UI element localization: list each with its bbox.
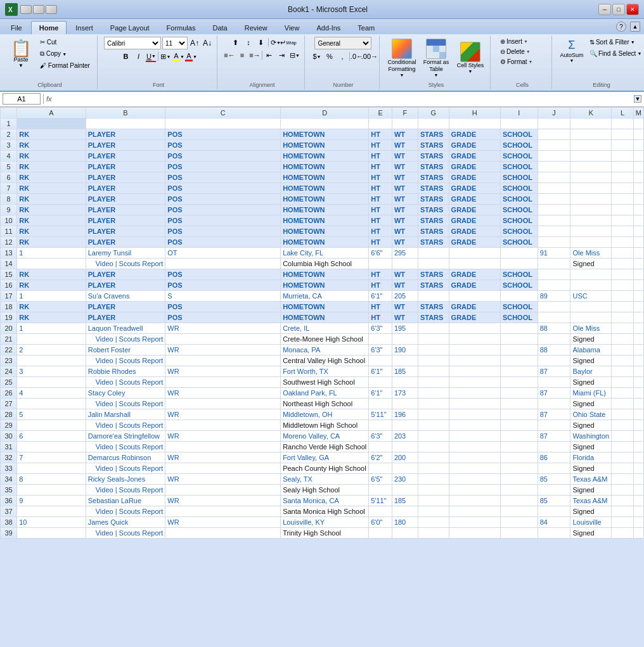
cut-button[interactable]: ✂ Cut [37,37,93,48]
cell-j6[interactable] [538,172,570,183]
cell-f6[interactable]: WT [392,172,418,183]
underline-button[interactable]: U ▼ [145,51,157,62]
cell-d19[interactable]: HOMETOWN [281,312,369,323]
table-row[interactable]: 306Damore'ea StringfellowWRMoreno Valley… [1,430,644,441]
table-row[interactable]: 243Robbie RhodesWRFort Worth, TX6'1"1858… [1,366,644,376]
cell-f35[interactable] [392,484,418,495]
delete-button[interactable]: ⊖ Delete ▼ [497,47,548,56]
cell-i12[interactable]: SCHOOL [500,236,538,247]
cell-j8[interactable] [538,193,570,204]
tab-data[interactable]: Data [204,21,235,34]
col-header-j[interactable]: J [538,107,570,118]
cell-l11[interactable] [612,226,634,236]
cell-a39[interactable] [17,527,86,538]
cell-e35[interactable] [369,484,392,495]
table-row[interactable]: 264Stacy ColeyWROakland Park, FL6'1"1738… [1,387,644,398]
cell-h25[interactable] [449,376,500,387]
col-header-b[interactable]: B [86,107,165,118]
cell-g18[interactable]: STARS [418,301,449,312]
align-top-button[interactable]: ⬆ [230,37,242,48]
cell-a13[interactable]: 1 [17,247,86,258]
cell-h21[interactable] [449,333,500,344]
cell-d29[interactable]: Middletown High School [281,420,369,430]
col-header-d[interactable]: D [281,107,369,118]
cond-format-dropdown[interactable]: ▼ [399,73,404,77]
cell-f7[interactable]: WT [392,183,418,193]
cell-k29[interactable]: Signed [570,420,612,430]
cell-l32[interactable] [612,452,634,463]
cell-b38[interactable]: James Quick [86,516,165,527]
quick-access-undo[interactable] [33,5,44,14]
cell-i18[interactable]: SCHOOL [500,301,538,312]
merge-button[interactable]: ⊟ ▼ [289,49,300,61]
row-header-3[interactable]: 3 [1,139,17,150]
cell-h34[interactable] [449,473,500,484]
row-header-5[interactable]: 5 [1,161,17,172]
tab-file[interactable]: File [3,21,30,34]
cell-f30[interactable]: 203 [392,430,418,441]
cell-c2[interactable]: POS [165,129,281,139]
cell-c9[interactable]: POS [165,204,281,215]
cell-m4[interactable] [633,150,643,161]
cell-m14[interactable] [633,258,643,269]
cell-g5[interactable]: STARS [418,161,449,172]
cell-l29[interactable] [612,420,634,430]
cell-e16[interactable]: HT [369,279,392,290]
cell-c28[interactable]: WR [165,409,281,420]
cell-reference-input[interactable]: A1 [3,93,41,105]
row-header-30[interactable]: 30 [1,430,17,441]
row-header-18[interactable]: 18 [1,301,17,312]
cell-b13[interactable]: Laremy Tunsil [86,247,165,258]
font-grow-button[interactable]: A↑ [189,37,200,49]
table-row[interactable]: 369Sebastian LaRueWRSanta Monica, CA5'11… [1,495,644,506]
cell-d2[interactable]: HOMETOWN [281,129,369,139]
cell-d5[interactable]: HOMETOWN [281,161,369,172]
cell-j16[interactable] [538,279,570,290]
cell-h5[interactable]: GRADE [449,161,500,172]
table-row[interactable]: 11RKPLAYERPOSHOMETOWNHTWTSTARSGRADESCHOO… [1,226,644,236]
cell-g7[interactable]: STARS [418,183,449,193]
cell-i5[interactable]: SCHOOL [500,161,538,172]
cell-f24[interactable]: 185 [392,366,418,376]
table-row[interactable]: 33Video | Scouts ReportPeach County High… [1,463,644,473]
table-row[interactable]: 3RKPLAYERPOSHOMETOWNHTWTSTARSGRADESCHOOL [1,139,644,150]
cell-b21[interactable]: Video | Scouts Report [86,333,165,344]
cell-c8[interactable]: POS [165,193,281,204]
table-row[interactable]: 348Ricky Seals-JonesWRSealy, TX6'5"23085… [1,473,644,484]
cell-h26[interactable] [449,387,500,398]
row-header-2[interactable]: 2 [1,129,17,139]
cell-d9[interactable]: HOMETOWN [281,204,369,215]
cell-g39[interactable] [418,527,449,538]
close-button[interactable]: ✕ [626,4,639,15]
cell-d33[interactable]: Peach County High School [281,463,369,473]
cell-e14[interactable] [369,258,392,269]
cell-d8[interactable]: HOMETOWN [281,193,369,204]
cell-m3[interactable] [633,139,643,150]
cell-k36[interactable]: Texas A&M [570,495,612,506]
row-header-27[interactable]: 27 [1,398,17,409]
cell-h16[interactable]: GRADE [449,279,500,290]
cell-m7[interactable] [633,183,643,193]
cell-b12[interactable]: PLAYER [86,236,165,247]
cell-d39[interactable]: Trinity High School [281,527,369,538]
cell-e15[interactable]: HT [369,269,392,279]
cell-k26[interactable]: Miami (FL) [570,387,612,398]
cell-i37[interactable] [500,506,538,516]
cell-g37[interactable] [418,506,449,516]
cell-l15[interactable] [612,269,634,279]
cell-a18[interactable]: RK [17,301,86,312]
cell-a37[interactable] [17,506,86,516]
row-header-14[interactable]: 14 [1,258,17,269]
cell-l6[interactable] [612,172,634,183]
cell-f1[interactable] [392,118,418,129]
cell-m26[interactable] [633,387,643,398]
cell-e32[interactable]: 6'2" [369,452,392,463]
tab-review[interactable]: Review [236,21,276,34]
cell-e19[interactable]: HT [369,312,392,323]
cell-c26[interactable]: WR [165,387,281,398]
cell-d36[interactable]: Santa Monica, CA [281,495,369,506]
cell-k21[interactable]: Signed [570,333,612,344]
row-header-25[interactable]: 25 [1,376,17,387]
cell-h6[interactable]: GRADE [449,172,500,183]
cell-a34[interactable]: 8 [17,473,86,484]
